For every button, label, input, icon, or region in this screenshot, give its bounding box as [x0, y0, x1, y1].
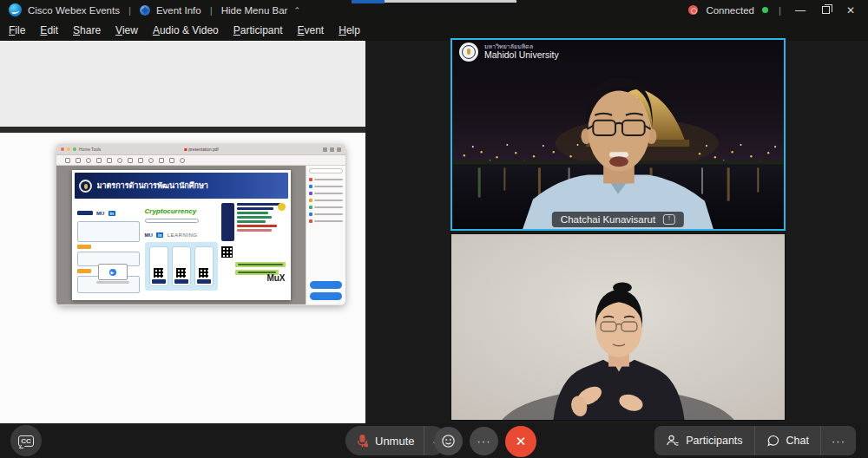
smiley-icon: [441, 434, 456, 448]
toolbar-icon: [138, 158, 143, 163]
share-screen-icon[interactable]: [663, 214, 675, 225]
qr-code: [154, 268, 163, 278]
badge-icon: [278, 203, 286, 211]
mahidol-university-logo-icon: [459, 43, 478, 62]
slide-search-bar: [145, 219, 199, 223]
video-speaker[interactable]: มหาวิทยาลัยมหิดล Mahidol University Chat…: [450, 38, 786, 231]
toolbar-icon: [65, 158, 70, 163]
acrobat-titlebar: Home Tools presentation.pdf: [56, 144, 345, 155]
bullet-line: [237, 220, 266, 223]
toolbar-icon: [148, 158, 154, 163]
shared-app-menubar-text: Acrobat Reader File Edit View Sign Windo…: [0, 132, 83, 133]
sidebar-tool-row[interactable]: [309, 204, 343, 211]
microphone-muted-icon: [356, 434, 369, 448]
mahidol-emblem-icon: [79, 180, 92, 193]
minimize-button[interactable]: —: [792, 4, 809, 16]
unmute-button-group[interactable]: Unmute ⌄: [345, 426, 447, 455]
sidebar-tool-row[interactable]: [309, 183, 343, 190]
linkedin-icon: in: [156, 232, 163, 238]
crypto-title: Cryptocurrency: [145, 207, 197, 215]
menu-edit[interactable]: Edit: [40, 24, 58, 36]
mu-logo: MU: [96, 211, 104, 216]
slide-banner: มาตรการด้านการพัฒนานักศึกษา: [75, 173, 288, 199]
phone-card: [194, 246, 214, 286]
sidebar-search-box[interactable]: [309, 168, 343, 173]
video-interpreter[interactable]: [450, 233, 786, 421]
menu-file[interactable]: File: [9, 24, 25, 36]
participants-button[interactable]: Participants: [654, 426, 753, 455]
acrobat-doc-title: presentation.pdf: [184, 147, 218, 151]
bullet-line: [237, 216, 272, 219]
more-options-button[interactable]: ···: [470, 427, 498, 455]
sidebar-tool-row[interactable]: [309, 211, 343, 218]
pdf-icon: [184, 148, 187, 151]
close-x-icon: ✕: [516, 434, 527, 449]
toolbar-icon: [76, 158, 81, 163]
acrobat-canvas: มาตรการด้านการพัฒนานักศึกษา MU in: [56, 166, 306, 304]
warning-line: [237, 225, 277, 227]
warning-line: [237, 229, 272, 232]
linkedin-icon: in: [108, 211, 115, 216]
event-info-icon[interactable]: [140, 5, 150, 16]
mu-learning-row: MU in LEARNING: [145, 225, 218, 240]
mux-label: MuX: [266, 273, 285, 283]
menu-help[interactable]: Help: [339, 24, 360, 36]
qr-code-large: [221, 246, 233, 258]
menu-participant[interactable]: Participant: [233, 24, 283, 36]
chat-label: Chat: [786, 435, 809, 447]
leave-event-button[interactable]: ✕: [505, 426, 536, 457]
speaker-name-pill: Chatchai Kunavisarut: [552, 212, 684, 227]
hide-menu-bar-button[interactable]: Hide Menu Bar: [221, 5, 288, 16]
menu-audio-video[interactable]: Audio & Video: [153, 24, 219, 36]
event-info-button[interactable]: Event Info: [156, 5, 201, 16]
ellipsis-icon: ···: [477, 435, 491, 448]
titlebar-separator-3: |: [776, 5, 784, 16]
connection-status: Connected: [706, 5, 754, 16]
toolbar-icon: [180, 158, 185, 163]
more-panels-button[interactable]: ···: [821, 435, 856, 448]
highlight-chip: [77, 245, 91, 249]
slide-text-block: [77, 221, 140, 242]
slide-column-middle: Cryptocurrency MU in LEARNING: [145, 201, 218, 291]
reactions-button[interactable]: [434, 427, 463, 455]
background-window-sliver-blue: [352, 0, 385, 3]
sidebar-tool-row[interactable]: [309, 190, 343, 197]
slide: มาตรการด้านการพัฒนานักศึกษา MU in: [72, 170, 291, 300]
mu-chip: [77, 211, 93, 215]
phone-screenshot: [221, 203, 234, 241]
app-title: Cisco Webex Events: [28, 5, 120, 16]
speaker-video-scene: [452, 40, 784, 229]
bullet-line: [237, 212, 268, 214]
closed-captions-button[interactable]: CC: [10, 425, 42, 456]
webex-window: Cisco Webex Events | Event Info | Hide M…: [0, 0, 868, 458]
close-button[interactable]: ✕: [842, 4, 859, 16]
chevron-up-icon[interactable]: ⌃: [293, 6, 300, 15]
chat-button[interactable]: Chat: [755, 426, 820, 455]
sidebar-tool-row[interactable]: [309, 176, 343, 183]
titlebar: Cisco Webex Events | Event Info | Hide M…: [0, 0, 868, 20]
toolbar-icon: [96, 158, 102, 163]
sidebar-action-button[interactable]: [310, 281, 342, 289]
titlebar-right: Connected | — ✕: [688, 4, 859, 16]
acrobat-tabs: Home Tools: [79, 147, 101, 151]
acrobat-tools-sidebar: [306, 166, 345, 304]
titlebar-separator-2: |: [207, 5, 215, 16]
sidebar-tool-row[interactable]: [309, 197, 343, 204]
phone-card: [149, 246, 168, 286]
menu-event[interactable]: Event: [298, 24, 325, 36]
participants-label: Participants: [686, 435, 742, 447]
control-bar: CC Unmute ⌄ ··· ✕: [0, 423, 868, 458]
sidebar-action-button[interactable]: [310, 292, 342, 300]
titlebar-separator: |: [126, 5, 134, 16]
acrobat-titlebar-controls: [323, 147, 341, 152]
mac-close-icon: [61, 147, 64, 151]
unmute-label: Unmute: [375, 435, 415, 448]
phone-card: [172, 246, 191, 286]
mac-zoom-icon: [73, 147, 76, 151]
restore-button[interactable]: [817, 4, 834, 16]
menu-share[interactable]: Share: [73, 24, 101, 36]
sidebar-tool-row[interactable]: [309, 218, 343, 225]
shared-screen-gray-region: [0, 41, 365, 127]
headline-line: [237, 207, 273, 210]
menu-view[interactable]: View: [115, 24, 138, 36]
